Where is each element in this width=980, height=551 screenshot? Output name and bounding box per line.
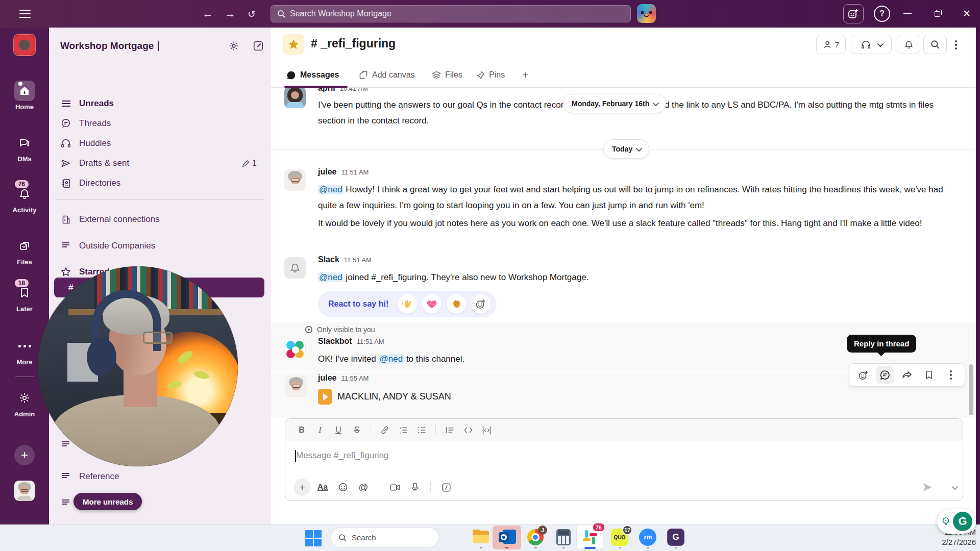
forward-message-action[interactable] — [898, 366, 916, 384]
global-search-bar[interactable] — [271, 5, 631, 22]
file-explorer-icon[interactable] — [472, 529, 489, 546]
rail-item-home[interactable]: Home — [0, 81, 49, 111]
channel-search-button[interactable] — [923, 35, 947, 54]
send-button[interactable] — [919, 479, 936, 495]
shortcuts-button[interactable] — [437, 479, 455, 495]
history-back-button[interactable]: ← — [200, 6, 215, 21]
add-tab-button[interactable]: + — [522, 66, 528, 84]
more-unreads-button[interactable]: More unreads — [74, 493, 142, 510]
chrome-icon[interactable]: J — [527, 529, 544, 546]
bullet-list-button[interactable] — [413, 422, 430, 438]
tab-add-canvas[interactable]: Add canvas — [359, 66, 415, 84]
quo-app-icon[interactable]: QUO 17 — [611, 529, 628, 546]
history-forward-button[interactable]: → — [223, 6, 238, 21]
show-formatting-button[interactable]: Aa — [314, 479, 331, 495]
message-composer[interactable]: B I U S 12 — [285, 418, 963, 501]
rail-item-files[interactable]: Files — [0, 236, 49, 266]
username-julee[interactable]: julee11:51 AM — [318, 167, 369, 177]
link-button[interactable] — [377, 422, 393, 438]
new-message-icon[interactable] — [253, 40, 264, 52]
strikethrough-button[interactable]: S — [349, 422, 365, 438]
add-workspace-button[interactable]: + — [14, 445, 35, 465]
underline-button[interactable]: U — [330, 422, 347, 438]
add-reaction-button[interactable] — [471, 294, 491, 314]
grammarly-widget[interactable]: G — [937, 509, 976, 534]
channel-more-actions-button[interactable] — [955, 39, 957, 51]
zoom-icon[interactable]: zm — [639, 529, 656, 546]
timestamp[interactable]: 11:51 AM — [344, 256, 372, 264]
tab-files[interactable]: Files — [432, 66, 462, 84]
tab-messages[interactable]: Messages — [286, 66, 339, 84]
purple-g-app-icon[interactable]: G — [667, 529, 684, 546]
rail-item-dms[interactable]: DMs — [0, 133, 49, 163]
rail-item-later[interactable]: 18 Later — [0, 283, 49, 313]
history-icon[interactable]: ↺ — [244, 6, 259, 21]
minimize-button[interactable] — [897, 5, 918, 21]
date-divider-today[interactable]: Today — [603, 139, 649, 159]
rail-item-activity[interactable]: 76 Activity — [0, 184, 49, 214]
timestamp[interactable]: 10:41 AM — [340, 88, 368, 92]
avatar-april[interactable] — [284, 88, 306, 108]
username-slackbot[interactable]: Slackbot11:51 AM — [318, 337, 384, 346]
avatar-slack[interactable] — [284, 257, 306, 279]
close-button[interactable]: ✕ — [957, 5, 977, 21]
help-button[interactable]: ? — [874, 6, 890, 22]
mention-button[interactable]: @ — [355, 479, 372, 495]
save-for-later-action[interactable] — [920, 366, 938, 384]
outlook-icon[interactable] — [499, 529, 516, 546]
video-play-icon[interactable] — [318, 389, 332, 405]
username-slack[interactable]: Slack11:51 AM — [318, 255, 372, 264]
video-clip-button[interactable] — [386, 479, 403, 495]
sidebar-item-directories[interactable]: Directories — [54, 174, 266, 192]
more-message-actions[interactable] — [942, 366, 960, 384]
workspace-emoji-icon[interactable] — [637, 4, 656, 23]
sidebar-item-unreads[interactable]: Unreads — [54, 94, 266, 113]
sidebar-item-huddles[interactable]: Huddles — [54, 134, 266, 153]
slack-taskbar-tile[interactable]: 76 — [577, 525, 603, 549]
inline-code-button[interactable] — [460, 422, 476, 438]
notifications-button[interactable] — [897, 35, 920, 54]
heart-emoji-button[interactable] — [422, 294, 442, 314]
ordered-list-button[interactable]: 12 — [395, 422, 411, 438]
huddle-chevron-icon[interactable] — [877, 40, 884, 47]
avatar-julee[interactable] — [285, 375, 307, 397]
search-input[interactable] — [290, 9, 596, 18]
mention-ned[interactable]: @ned — [379, 354, 404, 364]
reply-in-thread-action[interactable] — [876, 366, 894, 384]
tab-pins[interactable]: Pins — [476, 66, 505, 84]
mention-ned[interactable]: @ned — [318, 185, 344, 194]
workspace-header[interactable]: Workshop Mortgage — [49, 35, 271, 57]
message-scrollbar-thumb[interactable] — [969, 364, 973, 415]
calculator-icon[interactable] — [555, 529, 572, 546]
start-button[interactable] — [305, 530, 323, 547]
emoji-button[interactable] — [334, 479, 352, 495]
sidebar-item-reference[interactable]: Reference — [54, 467, 266, 486]
timestamp[interactable]: 11:51 AM — [341, 168, 369, 176]
bold-button[interactable]: B — [293, 422, 310, 438]
huddle-button[interactable] — [851, 35, 892, 54]
code-block-button[interactable] — [478, 422, 495, 438]
avatar-julee[interactable] — [284, 169, 306, 191]
restore-button[interactable] — [928, 5, 948, 21]
timestamp[interactable]: 11:55 AM — [341, 374, 369, 382]
sidebar-item-external-connections[interactable]: External connections — [54, 210, 266, 229]
date-jump-pill[interactable]: Monday, February 16th — [563, 94, 666, 113]
audio-clip-button[interactable] — [406, 479, 424, 495]
video-link-text[interactable]: MACKLIN, ANDY & SUSAN — [337, 389, 451, 405]
hamburger-menu-icon[interactable] — [19, 10, 31, 18]
add-emoji-titlebar-button[interactable] — [843, 4, 864, 23]
sidebar-item-drafts[interactable]: Drafts & sent 1 — [54, 154, 266, 172]
composer-placeholder[interactable]: Message #_refi_figuring — [296, 450, 388, 461]
clap-emoji-button[interactable] — [447, 294, 466, 314]
user-avatar[interactable] — [14, 481, 35, 501]
sidebar-settings-icon[interactable] — [228, 40, 239, 52]
mention-ned[interactable]: @ned — [318, 272, 344, 282]
username-julee[interactable]: julee11:55 AM — [318, 373, 369, 383]
attach-button[interactable]: + — [293, 479, 311, 496]
sidebar-item-outside-companies[interactable]: Outside Companies — [54, 237, 266, 255]
workspace-name[interactable]: Workshop Mortgage — [60, 40, 154, 52]
channel-title[interactable]: # _refi_figuring — [311, 37, 396, 51]
add-reaction-action[interactable] — [854, 366, 872, 384]
italic-button[interactable]: I — [312, 422, 328, 438]
webcam-overlay[interactable] — [38, 266, 238, 466]
